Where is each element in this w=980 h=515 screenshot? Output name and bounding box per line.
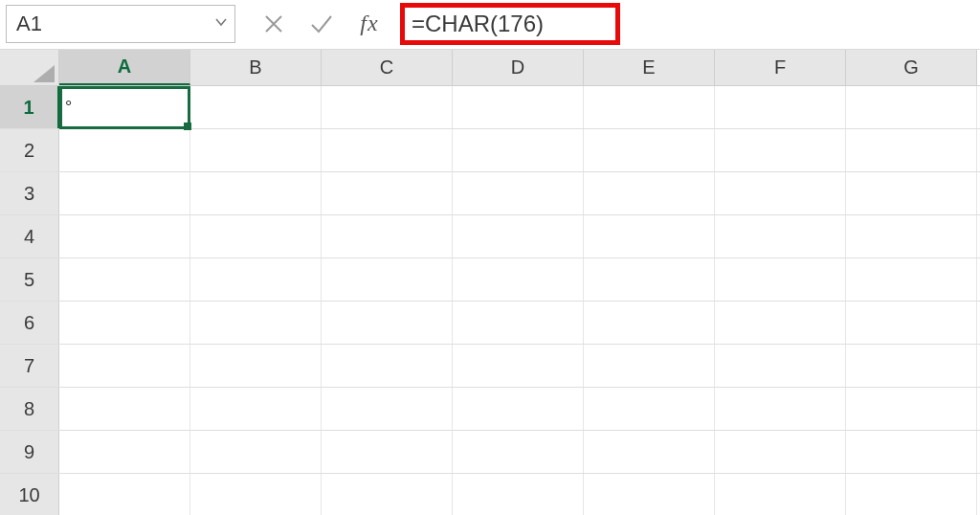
row-header-10[interactable]: 10: [0, 474, 59, 515]
cell-D5[interactable]: [453, 258, 584, 301]
cell-D2[interactable]: [453, 129, 584, 171]
cell-A8[interactable]: [59, 388, 190, 430]
cell-B5[interactable]: [190, 258, 322, 301]
row-label: 3: [24, 183, 34, 205]
cell-B1[interactable]: [190, 86, 322, 128]
enter-icon[interactable]: [308, 11, 335, 37]
formula-input[interactable]: =CHAR(176): [400, 5, 974, 43]
cell-F1[interactable]: [715, 86, 846, 128]
row-header-8[interactable]: 8: [0, 388, 59, 430]
cell-G9[interactable]: [846, 431, 977, 473]
cell-B8[interactable]: [190, 388, 322, 430]
cell-F8[interactable]: [715, 388, 846, 430]
insert-function-button[interactable]: fx: [356, 11, 383, 37]
cell-B10[interactable]: [190, 474, 322, 515]
cell-E10[interactable]: [584, 474, 715, 515]
cell-A10[interactable]: [59, 474, 190, 515]
cell-G6[interactable]: [846, 302, 977, 344]
cell-G5[interactable]: [846, 258, 977, 301]
cell-E8[interactable]: [584, 388, 715, 430]
cell-C8[interactable]: [322, 388, 453, 430]
column-header-G[interactable]: G: [846, 50, 977, 85]
cell-D7[interactable]: [453, 345, 584, 387]
row-label: 5: [24, 269, 34, 291]
formula-text: =CHAR(176): [406, 9, 549, 39]
cell-E7[interactable]: [584, 345, 715, 387]
cell-A4[interactable]: [59, 215, 190, 258]
cell-G10[interactable]: [846, 474, 977, 515]
cell-A6[interactable]: [59, 302, 190, 344]
column-header-A[interactable]: A: [59, 50, 190, 85]
cell-B2[interactable]: [190, 129, 322, 171]
cell-C4[interactable]: [322, 215, 453, 258]
cell-D4[interactable]: [453, 215, 584, 258]
col-label: A: [118, 56, 131, 78]
column-header-D[interactable]: D: [453, 50, 584, 85]
cell-F6[interactable]: [715, 302, 846, 344]
row-header-7[interactable]: 7: [0, 345, 59, 387]
cell-F3[interactable]: [715, 172, 846, 214]
cell-E2[interactable]: [584, 129, 715, 171]
cell-F7[interactable]: [715, 345, 846, 387]
cell-A9[interactable]: [59, 431, 190, 473]
cell-C6[interactable]: [322, 302, 453, 344]
cell-A7[interactable]: [59, 345, 190, 387]
cell-C7[interactable]: [322, 345, 453, 387]
cell-B4[interactable]: [190, 215, 322, 258]
cell-C3[interactable]: [322, 172, 453, 214]
cell-E5[interactable]: [584, 258, 715, 301]
cell-F2[interactable]: [715, 129, 846, 171]
column-header-C[interactable]: C: [322, 50, 453, 85]
cell-C5[interactable]: [322, 258, 453, 301]
column-header-B[interactable]: B: [190, 50, 322, 85]
col-label: C: [380, 56, 393, 78]
row-header-9[interactable]: 9: [0, 431, 59, 473]
row-header-3[interactable]: 3: [0, 172, 59, 214]
cell-E4[interactable]: [584, 215, 715, 258]
cell-G4[interactable]: [846, 215, 977, 258]
row-header-1[interactable]: 1: [0, 86, 59, 128]
cell-D6[interactable]: [453, 302, 584, 344]
cell-A3[interactable]: [59, 172, 190, 214]
row-header-2[interactable]: 2: [0, 129, 59, 171]
select-all-triangle-icon: [33, 65, 55, 82]
cell-G1[interactable]: [846, 86, 977, 128]
column-header-F[interactable]: F: [715, 50, 846, 85]
row-header-6[interactable]: 6: [0, 302, 59, 344]
cell-D3[interactable]: [453, 172, 584, 214]
cell-B3[interactable]: [190, 172, 322, 214]
cell-E1[interactable]: [584, 86, 715, 128]
cell-B9[interactable]: [190, 431, 322, 473]
cell-E3[interactable]: [584, 172, 715, 214]
grid-row: 5: [0, 258, 980, 302]
cell-D9[interactable]: [453, 431, 584, 473]
cell-F4[interactable]: [715, 215, 846, 258]
column-header-E[interactable]: E: [584, 50, 715, 85]
cell-G3[interactable]: [846, 172, 977, 214]
cell-A5[interactable]: [59, 258, 190, 301]
cell-E9[interactable]: [584, 431, 715, 473]
cell-G2[interactable]: [846, 129, 977, 171]
cell-G8[interactable]: [846, 388, 977, 430]
cell-B6[interactable]: [190, 302, 322, 344]
cell-D8[interactable]: [453, 388, 584, 430]
cell-B7[interactable]: [190, 345, 322, 387]
cell-C10[interactable]: [322, 474, 453, 515]
cell-A1[interactable]: °: [59, 86, 190, 128]
cell-A2[interactable]: [59, 129, 190, 171]
cell-F9[interactable]: [715, 431, 846, 473]
cell-F10[interactable]: [715, 474, 846, 515]
cell-C2[interactable]: [322, 129, 453, 171]
cell-C1[interactable]: [322, 86, 453, 128]
cancel-icon[interactable]: [260, 11, 287, 37]
cell-G7[interactable]: [846, 345, 977, 387]
cell-E6[interactable]: [584, 302, 715, 344]
row-header-4[interactable]: 4: [0, 215, 59, 258]
name-box[interactable]: A1: [6, 5, 235, 43]
cell-F5[interactable]: [715, 258, 846, 301]
cell-C9[interactable]: [322, 431, 453, 473]
cell-D1[interactable]: [453, 86, 584, 128]
row-header-5[interactable]: 5: [0, 258, 59, 301]
select-all-corner[interactable]: [0, 50, 59, 85]
cell-D10[interactable]: [453, 474, 584, 515]
